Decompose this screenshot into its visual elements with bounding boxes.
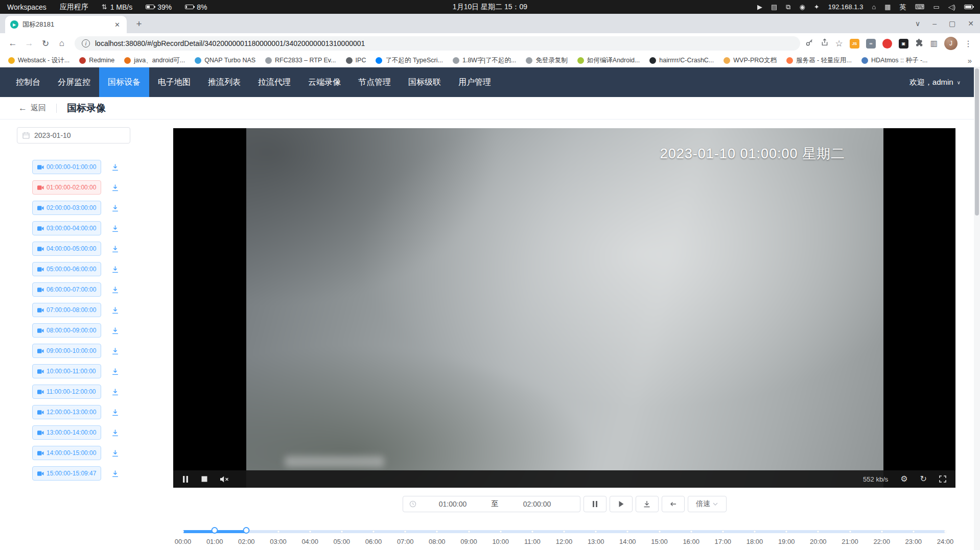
segment-download-icon[interactable] <box>111 245 119 253</box>
site-info-icon[interactable]: i <box>82 39 90 47</box>
input-language-indicator[interactable]: 英 <box>900 3 906 12</box>
address-bar[interactable]: i localhost:38080/#/gbRecordDetail/34020… <box>75 36 800 51</box>
tools-icon[interactable]: ✦ <box>814 3 820 11</box>
nav-tab[interactable]: 分屏监控 <box>49 67 99 97</box>
nav-tab[interactable]: 用户管理 <box>450 67 500 97</box>
battery-status-icon[interactable] <box>964 5 973 9</box>
profile-avatar[interactable]: J <box>944 37 958 50</box>
bookmark-item[interactable]: 如何编译Android... <box>577 56 640 65</box>
nav-tab[interactable]: 拉流代理 <box>249 67 299 97</box>
page-scrollbar[interactable] <box>974 67 980 550</box>
password-key-icon[interactable] <box>805 38 814 49</box>
bookmark-item[interactable]: 免登录复制 <box>526 56 568 65</box>
player-settings-icon[interactable]: ⚙ <box>900 475 907 483</box>
tab-close-icon[interactable]: ✕ <box>113 21 122 29</box>
scrollbar-thumb[interactable] <box>975 68 979 216</box>
extension-red-icon[interactable] <box>882 39 892 49</box>
segment-button[interactable]: 11:00:00-12:00:00 <box>32 385 101 399</box>
player-mute-icon[interactable] <box>220 476 229 483</box>
browser-menu-icon[interactable]: ⋮ <box>964 39 973 49</box>
nav-tab[interactable]: 推流列表 <box>199 67 249 97</box>
back-button[interactable]: ← 返回 <box>18 103 46 113</box>
segment-button[interactable]: 04:00:00-05:00:00 <box>32 242 101 256</box>
user-menu[interactable]: 欢迎，admin ∨ <box>909 67 961 97</box>
stats-icon[interactable]: ▤ <box>771 3 777 11</box>
back-icon[interactable]: ← <box>5 36 20 51</box>
segment-button[interactable]: 05:00:00-06:00:00 <box>32 262 101 276</box>
share-icon[interactable] <box>821 38 829 49</box>
player-pause-icon[interactable] <box>182 476 189 483</box>
keyboard-icon[interactable]: ⌨ <box>915 3 925 11</box>
window-close-icon[interactable]: ✕ <box>968 19 974 28</box>
segment-button[interactable]: 08:00:00-09:00:00 <box>32 323 101 338</box>
segment-download-icon[interactable] <box>111 327 119 334</box>
segment-download-icon[interactable] <box>111 388 119 396</box>
side-panel-icon[interactable]: ▥ <box>930 39 938 48</box>
segment-button[interactable]: 12:00:00-13:00:00 <box>32 405 101 419</box>
applications-menu[interactable]: 应用程序 <box>60 3 88 12</box>
extensions-puzzle-icon[interactable] <box>915 38 924 49</box>
bookmark-item[interactable]: Webstack - 设计... <box>8 56 69 65</box>
nav-tab[interactable]: 节点管理 <box>349 67 400 97</box>
bookmark-item[interactable]: WVP-PRO文档 <box>724 56 777 65</box>
range-end-time[interactable]: 02:00:00 <box>501 500 574 508</box>
extension-dark-icon[interactable]: ▣ <box>899 39 908 49</box>
browser-home-icon[interactable]: ⌂ <box>54 36 69 51</box>
bookmark-item[interactable]: 1.8W字|了不起的... <box>453 56 516 65</box>
desktop-clock[interactable]: 1月10日 星期二 15：09 <box>453 3 527 12</box>
segment-download-icon[interactable] <box>111 470 119 477</box>
grid-icon[interactable]: ▦ <box>884 3 891 11</box>
nav-tab[interactable]: 电子地图 <box>149 67 199 97</box>
segment-download-icon[interactable] <box>111 429 119 437</box>
segment-download-icon[interactable] <box>111 184 119 192</box>
segment-download-icon[interactable] <box>111 368 119 375</box>
segment-download-icon[interactable] <box>111 266 119 273</box>
date-picker-input[interactable]: 2023-01-10 <box>17 127 130 144</box>
bookmark-star-icon[interactable]: ☆ <box>835 38 843 49</box>
ip-address-indicator[interactable]: 192.168.1.3 <box>828 3 864 11</box>
reload-icon[interactable]: ↻ <box>38 36 53 51</box>
bookmark-item[interactable]: RFC2833 – RTP Ev... <box>265 57 336 64</box>
download-button[interactable] <box>636 496 659 512</box>
segment-button[interactable]: 07:00:00-08:00:00 <box>32 303 101 317</box>
pause-button[interactable] <box>584 496 606 512</box>
video-player[interactable]: 2023-01-10 01:00:00 星期二 552 kb/s ⚙ ↻ <box>173 128 955 488</box>
segment-button[interactable]: 06:00:00-07:00:00 <box>32 282 101 297</box>
nav-tab[interactable]: 国标级联 <box>400 67 450 97</box>
browser-tab[interactable]: ▶ 国标28181 ✕ <box>5 16 127 33</box>
window-maximize-icon[interactable]: ▢ <box>949 19 955 28</box>
workspaces-button[interactable]: Workspaces <box>7 3 46 11</box>
window-minimize-icon[interactable]: – <box>932 19 937 28</box>
segment-download-icon[interactable] <box>111 306 119 314</box>
bookmark-item[interactable]: java、android可... <box>124 56 185 65</box>
bookmark-item[interactable]: Redmine <box>79 57 114 64</box>
record-icon[interactable]: ◉ <box>800 3 805 11</box>
nav-tab[interactable]: 控制台 <box>7 67 49 97</box>
segment-button[interactable]: 01:00:00-02:00:00 <box>32 180 101 195</box>
segment-button[interactable]: 14:00:00-15:00:00 <box>32 446 101 460</box>
bookmark-item[interactable]: hairrrrr/C-CrashC... <box>649 57 714 64</box>
display-icon[interactable]: ▭ <box>933 3 939 11</box>
speed-dropdown[interactable]: 倍速 <box>688 496 727 512</box>
segment-download-icon[interactable] <box>111 163 119 171</box>
timeline-handle[interactable] <box>243 527 250 534</box>
bookmark-item[interactable]: IPC <box>346 57 366 64</box>
segment-button[interactable]: 10:00:00-11:00:00 <box>32 364 101 378</box>
bookmark-item[interactable]: QNAP Turbo NAS <box>195 57 255 64</box>
timeline-handle[interactable] <box>212 527 218 534</box>
time-range-input[interactable]: 01:00:00 至 02:00:00 <box>403 496 580 512</box>
player-fullscreen-icon[interactable] <box>939 475 946 483</box>
segment-button[interactable]: 13:00:00-14:00:00 <box>32 425 101 440</box>
segment-download-icon[interactable] <box>111 225 119 232</box>
segment-download-icon[interactable] <box>111 204 119 212</box>
player-refresh-icon[interactable]: ↻ <box>920 475 927 483</box>
seek-back-button[interactable] <box>662 496 685 512</box>
volume-icon[interactable]: ◁) <box>948 3 955 11</box>
segment-button[interactable]: 09:00:00-10:00:00 <box>32 344 101 358</box>
copy-icon[interactable]: ⧉ <box>786 3 790 11</box>
bookmark-item[interactable]: 服务器 - 轻量应用... <box>786 56 852 65</box>
segment-button[interactable]: 00:00:00-01:00:00 <box>32 160 101 174</box>
segment-download-icon[interactable] <box>111 347 119 355</box>
nav-tab[interactable]: 国标设备 <box>99 67 149 97</box>
window-chevron-icon[interactable]: ∨ <box>915 19 920 28</box>
